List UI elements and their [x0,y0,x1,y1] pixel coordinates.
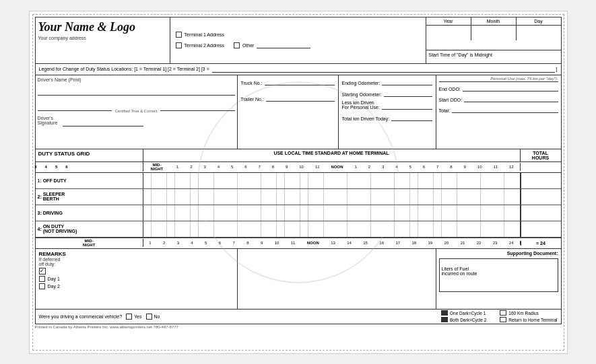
driving-total [521,205,561,221]
logo-area: Your Name & Logo Your company address [36,17,170,63]
legend-text: Legend for Change of Duty Status Locatio… [39,67,209,71]
starting-odo-field[interactable] [384,89,432,97]
starting-odo-row: Starting Odometer: [342,89,432,97]
no-group: No [146,314,160,320]
duty-grid-header: DUTY STATUS GRID USE LOCAL TIME STANDARD… [36,149,561,162]
total-24: = 24 [536,241,545,246]
other-label: Other [242,43,255,48]
total-24-cell: = 24 [521,241,561,246]
day1-checkbox[interactable] [39,276,45,282]
commercial-row: Were you driving a commercial vehicle? Y… [35,310,562,324]
top-time-row: MID-NIGHT 1 2 3 4 5 6 MID-NIGHT 1 [36,162,561,173]
day2-label: Day 2 [48,284,60,289]
other-field[interactable] [257,42,310,48]
no-label: No [154,314,160,319]
day-input[interactable] [517,26,561,40]
day-header: Day [517,17,561,25]
terminal2-label: Terminal 2 Address [185,43,225,48]
driving-grid[interactable] [143,205,521,221]
duty-row-driving: 3: DRIVING [36,205,561,221]
top-section: Your Name & Logo Your company address Te… [35,17,562,64]
start-odo-label: Start ODO: [439,98,463,102]
total-hours-header: TOTALHOURS [521,149,561,161]
sleeper-total [521,189,561,205]
off-duty-label: 1: OFF DUTY [36,173,143,188]
total-km-row: Total km Driven Today: [342,113,432,121]
duty-row-off-duty: 1: OFF DUTY [36,173,561,189]
day1-label: Day 1 [48,277,60,281]
no-checkbox[interactable] [146,314,152,320]
duty-grid-subtitle: USE LOCAL TIME STANDARD AT HOME TERMINAL [143,149,521,161]
sleeper-label: 2: SLEEPERBERTH [36,189,143,205]
total-right-label: Total: [439,108,451,113]
driver-name-field[interactable] [38,83,235,96]
deferred-checkbox-icon: ✓ [40,268,44,274]
month-input[interactable] [471,26,517,40]
legend-bar: Legend for Change of Duty Status Locatio… [35,64,562,75]
both-dark-icon [441,317,448,322]
supporting-doc-label: Supporting Document: [439,251,558,256]
sig-label: Driver'sSignature [38,116,58,125]
terminal1-row: Terminal 1 Address [176,32,420,38]
driver-info-section: Driver's Name (Print) Certified True & C… [35,75,562,149]
date-values [426,26,561,50]
off-duty-total [521,173,561,188]
fuel-label: Liters of Fuel incurred on route [442,266,556,276]
yes-checkbox[interactable] [126,314,132,320]
terminal1-label: Terminal 1 Address [185,32,225,37]
sleeper-grid[interactable] [143,189,521,205]
remarks-area: REMARKS If deferredoff duty: ✓ Day 1 Day… [36,249,238,309]
other-checkbox[interactable] [234,42,240,48]
total-km-field[interactable] [391,113,432,121]
driver-left: Driver's Name (Print) Certified True & C… [36,75,238,149]
driving-label: 3: DRIVING [36,205,143,221]
company-address: Your company address [38,36,167,40]
deferred-text: If deferredoff duty: [39,257,234,266]
commercial-question: Were you driving a commercial vehicle? [39,314,123,319]
terminal2-other-row: Terminal 2 Address Other [176,42,420,48]
home-terminal-label: Return to Home Terminal [508,318,557,322]
truck-row: Truck No.: [241,77,335,85]
ending-odo-row: Ending Odometer: [342,77,432,85]
bottom-section: REMARKS If deferredoff duty: ✓ Day 1 Day… [35,249,562,310]
less-km-field[interactable] [382,102,432,110]
supporting-doc-box: Liters of Fuel incurred on route [439,258,558,292]
total-right-field[interactable] [452,105,558,113]
ending-odo-field[interactable] [382,77,432,85]
terminal1-checkbox[interactable] [176,32,182,38]
trailer-no-label: Trailer No.: [241,97,264,102]
off-duty-grid[interactable] [143,173,521,188]
both-dark-label: Both Dark=Cycle 2 [450,318,486,322]
certified-text: Certified True & Correct [114,109,157,113]
on-duty-grid[interactable] [143,221,521,237]
truck-no-field[interactable] [265,77,335,85]
day2-checkbox[interactable] [39,283,45,289]
total-right-row: Total: [439,105,558,113]
print-text: Printed in Canada by Alberta Printers In… [35,325,178,329]
one-dark-label: One Dark=Cycle 1 [450,311,486,316]
print-line: Printed in Canada by Alberta Printers In… [35,324,562,330]
terminal2-checkbox[interactable] [176,42,182,48]
year-input[interactable] [426,26,471,40]
midnight-label-top: MID-NIGHT 1 2 3 4 5 6 [36,162,143,171]
supporting-doc-area: Supporting Document: Liters of Fuel incu… [436,249,561,309]
bottom-time-row: MID-NIGHT 1 2 3 4 5 6 7 8 9 10 11 [36,238,561,248]
day1-row: Day 1 [39,276,234,282]
end-odo-right-field[interactable] [463,83,558,92]
end-odo-label: End ODO: [439,87,461,92]
terminals-area: Terminal 1 Address Terminal 2 Address Ot… [170,17,426,63]
start-odo-right-row: Start ODO: [439,94,558,102]
date-area: Year Month Day Start Time of "Day" is Mi… [426,17,561,63]
personal-use-section: Personal Use (max. 75 km per "day"): End… [436,75,561,149]
day2-row: Day 2 [39,283,234,289]
yes-group: Yes [126,314,141,320]
duty-grid-title: DUTY STATUS GRID [36,149,143,161]
one-dark-icon [441,310,448,316]
driver-name-print-label: Driver's Name (Print) [38,77,235,82]
start-odo-right-field[interactable] [464,94,558,102]
start-time-label: Start Time of "Day" is Midnight [426,50,561,63]
off-duty-text: OFF DUTY [43,178,67,183]
trailer-no-field[interactable] [266,94,335,102]
less-km-row: Less km DrivenFor Personal Use: [342,100,432,110]
driver-signature-field[interactable] [63,116,143,126]
